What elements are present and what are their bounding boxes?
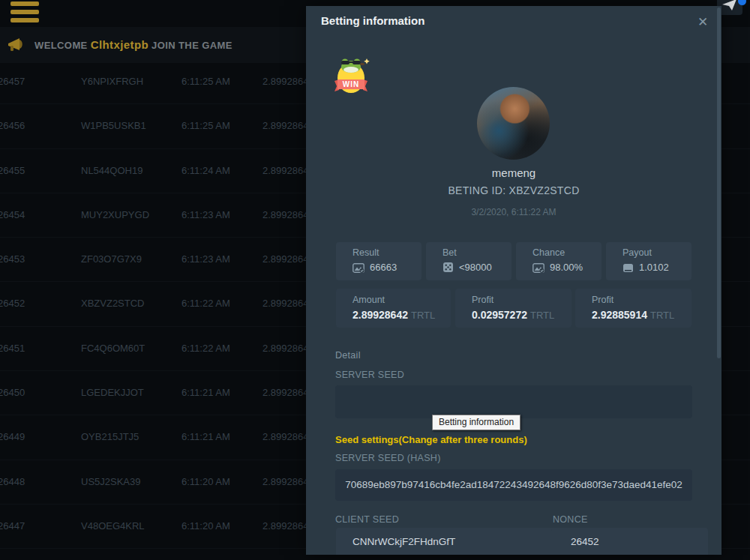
dice-icon	[442, 262, 454, 273]
time-cell: 6:11:23 AM	[182, 193, 230, 237]
player-cell: V48OEG4KRL	[81, 505, 145, 548]
amount-cell: 2.8992864	[262, 193, 308, 237]
stat-bet: Bet <98000	[426, 242, 512, 280]
avatar	[477, 87, 550, 160]
result-icon	[352, 263, 364, 273]
close-icon[interactable]: ✕	[694, 14, 711, 31]
currency-unit: TRTL	[411, 310, 435, 321]
bet-datetime: 3/2/2020, 6:11:22 AM	[306, 207, 722, 217]
bet-id-cell: 26450	[0, 371, 25, 415]
amount-label: Profit	[592, 295, 614, 305]
bet-id-cell: 26452	[0, 282, 25, 325]
player-cell: FC4Q6OM60T	[81, 327, 145, 370]
bet-id-cell: 26451	[0, 327, 25, 370]
bet-id-cell: 26446	[0, 549, 25, 560]
tooltip: Betting information	[432, 415, 520, 430]
betting-id: BETING ID: XBZVZ2STCD	[306, 184, 722, 196]
time-cell: 6:11:21 AM	[182, 415, 230, 459]
player-cell: W1PB5USKB1	[81, 104, 146, 148]
amount-cell: 2.8992864	[262, 104, 308, 148]
client-seed-label: CLIENT SEED	[335, 514, 399, 525]
bet-id-cell: 26454	[0, 193, 25, 237]
betting-information-modal: Betting information ✕ WIN memeng BETING …	[306, 6, 722, 555]
time-cell: 6:11:25 AM	[182, 60, 230, 103]
amount-cell: 2.8992864	[262, 60, 308, 103]
stat-result: Result 66663	[336, 242, 422, 280]
stat-label: Payout	[622, 247, 652, 258]
amount-label: Amount	[352, 295, 385, 305]
server-seed-hash-label: SERVER SEED (HASH)	[335, 453, 441, 463]
stat-label: Result	[352, 247, 379, 258]
modal-title: Betting information	[321, 14, 424, 27]
bet-id-cell: 26457	[0, 60, 25, 103]
time-cell: 6:11:22 AM	[182, 282, 230, 325]
player-cell: NL544QOH19	[81, 149, 142, 193]
player-cell: ZF03O7G7X9	[81, 238, 142, 281]
time-cell: 6:11:20 AM	[182, 505, 230, 548]
menu-icon[interactable]	[10, 1, 39, 24]
server-seed-hash-input[interactable]: 70689eb897b97416cb4fe2ad18472243492648f9…	[335, 469, 692, 501]
user-name: memeng	[306, 166, 722, 179]
currency-unit: TRTL	[650, 310, 674, 321]
svg-text:WIN: WIN	[343, 80, 359, 88]
stat-label: Chance	[532, 247, 565, 258]
stat-value: 66663	[370, 262, 397, 273]
amount-cell: 2.8992864	[262, 327, 308, 370]
amount-cell: 2.8992864	[262, 415, 308, 459]
server-seed-input[interactable]	[335, 385, 692, 418]
player-cell: US5J2SKA39	[81, 460, 141, 504]
detail-label: Detail	[335, 350, 361, 361]
megaphone-icon	[8, 37, 27, 53]
bet-id-cell: 26453	[0, 238, 25, 281]
amount-cell: 2.8992864	[262, 282, 308, 325]
player-cell: LGEDEKJJOT	[81, 371, 144, 415]
payout-icon	[622, 263, 634, 273]
nonce-label: NONCE	[553, 514, 588, 525]
bet-id-cell: 26448	[0, 460, 25, 504]
player-cell: XBZVZ2STCD	[81, 282, 145, 325]
player-cell: Y6NPIXFRGH	[81, 60, 143, 103]
player-cell: MUY2XUPYGD	[81, 193, 149, 237]
time-cell: 6:11:21 AM	[182, 371, 230, 415]
amount-cell: 2.8992864	[262, 149, 308, 193]
banner-join: JOIN THE GAME	[152, 40, 232, 51]
amount-cell: 2.8992864	[262, 460, 308, 504]
time-cell: 6:11:24 AM	[182, 149, 230, 193]
player-cell: OYB215JTJ5	[81, 415, 139, 459]
client-seed-input[interactable]: CNNrWCkjF2FHdnGfT	[336, 528, 564, 555]
profit-box: Profit 0.02957272TRTL	[455, 289, 572, 328]
server-seed-label: SERVER SEED	[335, 370, 404, 380]
amount-value: 0.02957272	[472, 309, 527, 321]
amount-label: Profit	[472, 295, 494, 305]
bet-id-cell: 26447	[0, 505, 25, 548]
amount-cell: 2.8992864	[262, 371, 308, 415]
stat-value: 1.0102	[639, 262, 669, 273]
banner-welcome: WELCOME	[34, 40, 88, 51]
win-badge-icon: WIN	[327, 57, 375, 96]
time-cell: 6:11:20 AM	[182, 460, 230, 504]
time-cell: 6:11:25 AM	[182, 104, 230, 148]
amount-value: 2.92885914	[592, 309, 647, 321]
amount-cell: 2.8992864	[262, 505, 308, 548]
total-profit-box: Profit 2.92885914TRTL	[575, 289, 692, 328]
currency-unit: TRTL	[530, 310, 554, 321]
stat-chance: Chance 98.00%	[516, 242, 602, 280]
notification-badge	[738, 0, 746, 5]
time-cell: 6:11:22 AM	[182, 327, 230, 370]
time-cell: 6:11:23 AM	[182, 238, 230, 281]
bet-id-cell: 26456	[0, 104, 25, 148]
amount-box: Amount 2.89928642TRTL	[336, 289, 451, 328]
stat-label: Bet	[442, 247, 457, 258]
chance-icon	[532, 263, 544, 273]
modal-scrollbar[interactable]	[717, 7, 721, 358]
amount-value: 2.89928642	[352, 309, 408, 321]
banner-username: Clhtxjetpb	[91, 38, 148, 51]
stat-value: 98.00%	[550, 262, 583, 273]
bet-id-cell: 26455	[0, 149, 25, 193]
bet-id-cell: 26449	[0, 415, 25, 459]
seed-settings-link[interactable]: Seed settings(Change after three rounds)	[335, 434, 527, 445]
stat-value: <98000	[459, 262, 492, 273]
amount-cell: 2.8992864	[262, 238, 308, 281]
stat-payout: Payout 1.0102	[606, 242, 692, 280]
nonce-input[interactable]: 26452	[551, 528, 708, 555]
